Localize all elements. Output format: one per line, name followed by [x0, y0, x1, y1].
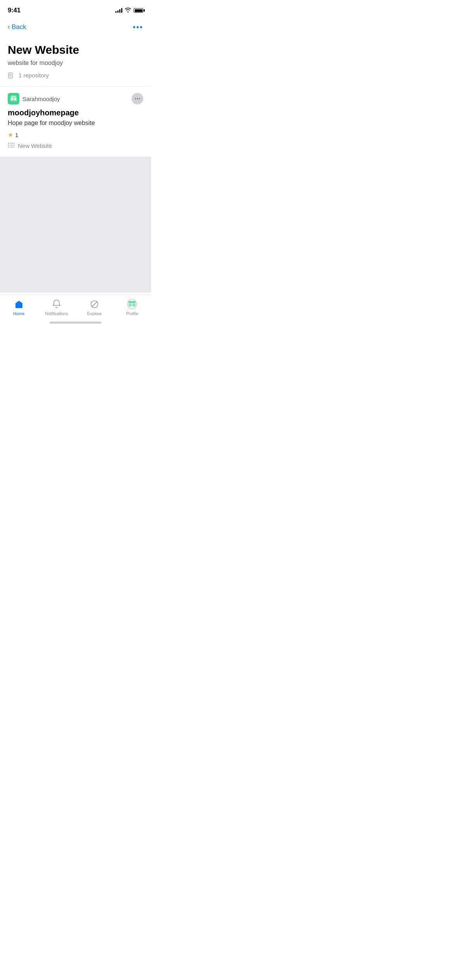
svg-rect-23	[132, 303, 136, 307]
wifi-icon	[125, 7, 131, 14]
card-more-button[interactable]	[132, 93, 143, 105]
battery-icon	[134, 8, 143, 13]
repo-description: Hope page for moodjoy website	[8, 120, 143, 127]
tab-home[interactable]: Home	[0, 299, 38, 316]
empty-area	[0, 157, 151, 293]
svg-point-13	[8, 147, 9, 148]
status-time: 9:41	[8, 7, 21, 14]
tab-profile[interactable]: Profile	[113, 299, 151, 316]
home-tab-icon	[14, 299, 24, 310]
page-title: New Website	[8, 43, 143, 57]
svg-rect-24	[129, 301, 136, 303]
more-options-button[interactable]: •••	[133, 23, 143, 32]
status-bar: 9:41	[0, 0, 151, 19]
svg-point-10	[139, 98, 140, 99]
repo-card-header: Sarahmoodjoy	[8, 93, 143, 105]
status-icons	[115, 7, 143, 14]
list-icon	[8, 142, 15, 149]
svg-rect-7	[11, 96, 16, 98]
repo-stars: ★ 1	[8, 131, 143, 139]
profile-tab-icon	[127, 299, 137, 310]
star-count: 1	[15, 132, 18, 138]
notifications-tab-icon	[51, 299, 62, 310]
repo-name: moodjoyhomepage	[8, 108, 143, 117]
notifications-tab-label: Notifications	[45, 311, 68, 316]
tab-explore[interactable]: Explore	[76, 299, 113, 316]
svg-rect-22	[129, 303, 132, 307]
svg-point-8	[135, 98, 136, 99]
explore-tab-label: Explore	[87, 311, 101, 316]
tab-notifications[interactable]: Notifications	[38, 299, 76, 316]
content-area: New Website website for moodjoy 1 reposi…	[0, 36, 151, 157]
star-icon: ★	[8, 131, 13, 139]
svg-point-11	[8, 143, 9, 144]
collection-name: New Website	[18, 142, 52, 149]
owner-name: Sarahmoodjoy	[22, 96, 60, 102]
page-subtitle: website for moodjoy	[8, 60, 143, 67]
home-tab-label: Home	[13, 311, 24, 316]
svg-rect-6	[14, 98, 16, 100]
signal-icon	[115, 8, 122, 13]
repo-card[interactable]: Sarahmoodjoy moodjoyhomepage Hope page f…	[0, 87, 151, 157]
profile-tab-label: Profile	[126, 311, 138, 316]
back-label: Back	[12, 23, 26, 31]
svg-point-12	[8, 145, 9, 146]
back-button[interactable]: ‹ Back	[8, 23, 26, 31]
repo-owner: Sarahmoodjoy	[8, 93, 60, 105]
svg-point-20	[96, 302, 97, 302]
explore-tab-icon	[89, 299, 100, 310]
repo-collection: New Website	[8, 142, 143, 149]
svg-rect-5	[11, 98, 13, 100]
svg-line-19	[93, 305, 94, 306]
owner-avatar	[8, 93, 19, 105]
repo-count-row: 1 repository	[8, 72, 143, 79]
repository-icon	[8, 72, 15, 79]
svg-point-9	[137, 98, 138, 99]
nav-bar: ‹ Back •••	[0, 19, 151, 36]
home-indicator	[50, 322, 101, 324]
back-chevron-icon: ‹	[8, 23, 10, 31]
repo-count-text: 1 repository	[19, 72, 49, 79]
